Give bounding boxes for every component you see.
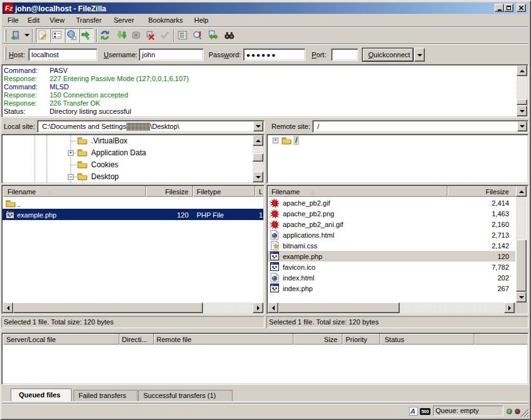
svg-text:Fz: Fz <box>5 4 13 12</box>
